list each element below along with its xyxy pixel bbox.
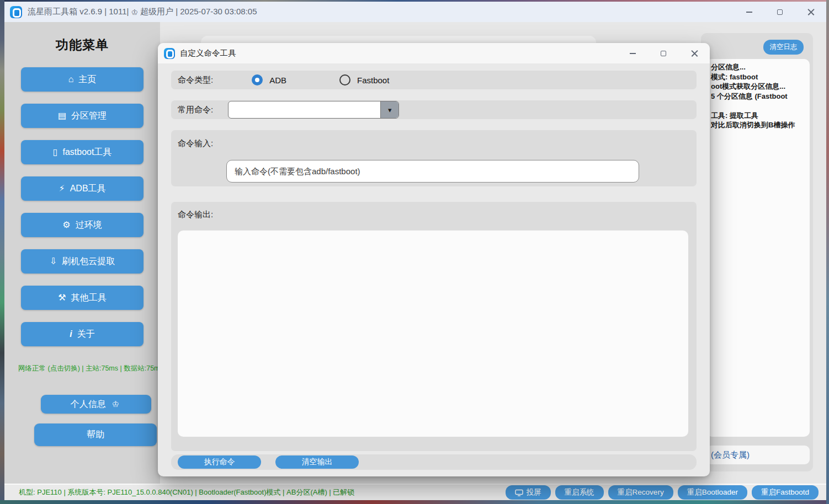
sidebar-menu-title: 功能菜单	[4, 36, 160, 53]
download-icon: ⇩	[50, 257, 57, 266]
radio-unselected-icon[interactable]	[339, 74, 350, 85]
wallpaper-strip-bottom	[0, 500, 829, 504]
common-command-label: 常用命令:	[178, 105, 213, 115]
sidebar-item-environment[interactable]: ⚙ 过环境	[21, 213, 144, 237]
sidebar-item-other-tools[interactable]: ⚒ 其他工具	[21, 286, 144, 310]
command-output-label: 命令输出:	[178, 210, 213, 220]
command-type-options: ADB Fastboot	[213, 74, 389, 85]
sidebar-item-adb-tools[interactable]: ⚡ ADB工具	[21, 176, 144, 201]
radio-adb-label: ADB	[269, 76, 286, 85]
close-button[interactable]	[795, 2, 826, 22]
device-info-text: 机型: PJE110 | 系统版本号: PJE110_15.0.0.840(CN…	[19, 487, 354, 497]
command-input-label: 命令输入:	[178, 138, 213, 149]
network-status[interactable]: 网络正常 (点击切换) | 主站:75ms | 数据站:75ms	[4, 364, 160, 373]
log-panel: 清空日志 分区信息... 模式: fastboot oot模式获取分区信息...…	[701, 33, 813, 471]
maximize-button[interactable]	[764, 2, 795, 22]
command-type-row: 命令类型: ADB Fastboot	[171, 71, 697, 89]
statusbar-actions: 投屏 重启系统 重启Recovery 重启Bootloader 重启Fastbo…	[506, 485, 819, 500]
log-line: oot模式获取分区信息...	[711, 82, 809, 92]
radio-adb[interactable]: ADB	[252, 74, 286, 85]
sidebar-item-fastboot-tools[interactable]: ▯ fastboot工具	[21, 140, 144, 164]
sidebar-buttons: ⌂ 主页 ▤ 分区管理 ▯ fastboot工具 ⚡ ADB工具 ⚙ 过环境 ⇩…	[4, 67, 160, 358]
window-controls	[734, 2, 826, 22]
radio-fastboot-label: Fastboot	[357, 76, 389, 85]
sidebar-item-label: 过环境	[76, 219, 102, 231]
clear-output-button[interactable]: 清空输出	[275, 455, 359, 469]
wallpaper-strip-right	[826, 0, 829, 504]
log-line: 模式: fastboot	[711, 72, 809, 82]
sidebar-item-label: fastboot工具	[62, 147, 111, 158]
dialog-close-button[interactable]	[679, 43, 710, 63]
statusbar: 机型: PJE110 | 系统版本号: PJE110_15.0.0.840(CN…	[4, 484, 826, 500]
chevron-down-icon[interactable]: ▾	[380, 101, 398, 118]
sidebar-item-label: ADB工具	[70, 183, 106, 195]
sidebar-item-about[interactable]: i 关于	[21, 322, 144, 346]
log-output-area: 分区信息... 模式: fastboot oot模式获取分区信息... 5 个分…	[706, 59, 810, 437]
dialog-title: 自定义命令工具	[180, 48, 236, 58]
reboot-fastbootd-button[interactable]: 重启Fastbootd	[752, 485, 819, 500]
profile-button[interactable]: 个人信息 ♔	[41, 395, 151, 414]
sidebar-item-label: 主页	[78, 74, 96, 85]
command-input-section: 命令输入:	[171, 130, 697, 186]
dialog-logo-icon	[164, 48, 175, 59]
dialog-window-controls	[617, 43, 710, 63]
dialog-titlebar: 自定义命令工具	[158, 43, 710, 63]
dialog-maximize-button[interactable]	[648, 43, 679, 63]
sidebar: 功能菜单 ⌂ 主页 ▤ 分区管理 ▯ fastboot工具 ⚡ ADB工具 ⚙ …	[4, 22, 160, 484]
app-titlebar: 流星雨工具箱 v2.6.9 | 1011| ♔ 超级用户 | 2025-07-3…	[4, 2, 826, 22]
app-title-right: 超级用户 | 2025-07-30 03:08:05	[140, 7, 257, 17]
dialog-footer: 执行命令 清空输出	[171, 454, 697, 470]
crown-icon: ♔	[131, 8, 138, 17]
reboot-system-button[interactable]: 重启系统	[555, 485, 604, 500]
common-command-row: 常用命令: ▾	[171, 100, 697, 119]
reboot-bootloader-button[interactable]: 重启Bootloader	[678, 485, 747, 500]
log-line: 对比后取消切换到B槽操作	[711, 120, 809, 130]
execute-command-button[interactable]: 执行命令	[178, 455, 261, 469]
crown-icon: ♔	[112, 399, 119, 409]
lightning-icon: ⚡	[59, 184, 65, 193]
reboot-recovery-button[interactable]: 重启Recovery	[608, 485, 673, 500]
info-icon: i	[70, 330, 72, 339]
help-button[interactable]: 帮助	[34, 423, 157, 446]
member-exclusive-bar[interactable]: (会员专属)	[706, 446, 810, 464]
sidebar-item-label: 其他工具	[71, 292, 107, 304]
home-icon: ⌂	[68, 75, 74, 84]
cast-screen-label: 投屏	[527, 487, 541, 497]
clear-log-button[interactable]: 清空日志	[763, 40, 804, 55]
radio-selected-icon[interactable]	[252, 74, 263, 85]
cast-screen-button[interactable]: 投屏	[506, 485, 551, 500]
dialog-minimize-button[interactable]	[617, 43, 648, 63]
app-logo-icon	[10, 6, 22, 18]
sidebar-item-partition[interactable]: ▤ 分区管理	[21, 104, 144, 128]
command-input-field[interactable]	[226, 160, 639, 183]
sidebar-item-home[interactable]: ⌂ 主页	[21, 67, 144, 92]
wallpaper-strip-left	[0, 0, 4, 504]
minimize-button[interactable]	[734, 2, 764, 22]
sidebar-item-label: 关于	[77, 329, 95, 340]
command-output-section: 命令输出:	[171, 202, 697, 451]
app-title-left: 流星雨工具箱 v2.6.9 | 1011|	[28, 7, 129, 17]
log-line	[711, 101, 809, 111]
member-exclusive-label: (会员专属)	[711, 450, 750, 460]
phone-icon: ▯	[53, 148, 58, 157]
common-command-value	[228, 101, 380, 118]
command-type-label: 命令类型:	[178, 75, 213, 85]
cast-icon	[515, 489, 523, 496]
sidebar-item-label: 刷机包云提取	[62, 256, 115, 267]
common-command-select[interactable]: ▾	[228, 101, 399, 119]
log-line: 5 个分区信息 (Fastboot	[711, 92, 809, 101]
radio-fastboot[interactable]: Fastboot	[339, 74, 389, 85]
profile-button-label: 个人信息	[71, 399, 106, 410]
log-line: 分区信息...	[711, 62, 809, 72]
sidebar-item-rom-cloud-extract[interactable]: ⇩ 刷机包云提取	[21, 249, 144, 274]
log-line: 工具: 提取工具	[711, 111, 809, 121]
gear-icon: ⚙	[62, 221, 70, 229]
command-output-area	[178, 230, 688, 437]
sidebar-item-label: 分区管理	[71, 110, 107, 122]
wrench-icon: ⚒	[58, 293, 66, 302]
save-icon: ▤	[58, 111, 66, 120]
custom-command-dialog: 自定义命令工具 命令类型: ADB Fastboot 常用命令: ▾ 命令输入:	[158, 43, 710, 476]
